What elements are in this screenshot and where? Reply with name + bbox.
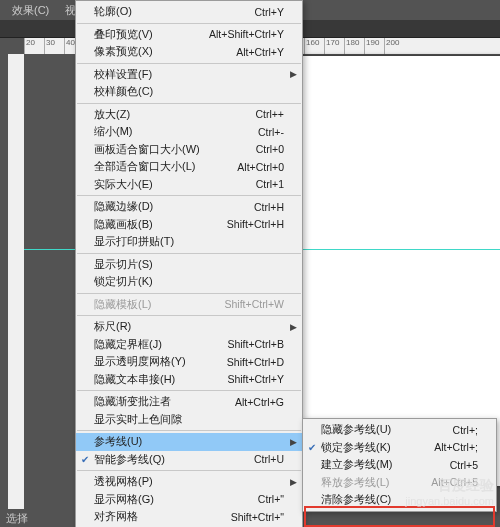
view-menu-item[interactable]: 显示切片(S) <box>76 256 302 274</box>
menu-item-label: 隐藏渐变批注者 <box>94 394 235 409</box>
view-menu-item[interactable]: 画板适合窗口大小(W)Ctrl+0 <box>76 141 302 159</box>
view-menu-item[interactable]: 隐藏边缘(D)Ctrl+H <box>76 198 302 216</box>
menu-item-label: 校样设置(F) <box>94 67 284 82</box>
menu-item-label: 智能参考线(Q) <box>94 452 254 467</box>
menu-separator <box>77 23 301 24</box>
menu-item-label: 显示切片(S) <box>94 257 284 272</box>
menu-item-label: 显示实时上色间隙 <box>94 412 284 427</box>
ruler-vertical[interactable] <box>8 54 24 509</box>
ruler-tick: 20 <box>24 38 44 54</box>
menu-item-label: 全部适合窗口大小(L) <box>94 159 237 174</box>
view-menu-item[interactable]: 锁定切片(K) <box>76 273 302 291</box>
menu-effects[interactable]: 效果(C) <box>4 1 57 20</box>
view-menu-item[interactable]: 校样设置(F)▶ <box>76 66 302 84</box>
view-menu-item[interactable]: 轮廓(O)Ctrl+Y <box>76 3 302 21</box>
menu-item-accelerator: Alt+Ctrl+; <box>434 441 484 453</box>
check-icon: ✔ <box>303 442 321 453</box>
ruler-tick: 200 <box>384 38 404 54</box>
menu-item-label: 透视网格(P) <box>94 474 284 489</box>
menu-item-label: 隐藏参考线(U) <box>321 422 453 437</box>
menu-item-label: 显示网格(G) <box>94 492 258 507</box>
menu-item-accelerator: Ctrl+1 <box>256 178 290 190</box>
chevron-right-icon: ▶ <box>290 477 302 487</box>
view-menu-item[interactable]: 隐藏画板(B)Shift+Ctrl+H <box>76 216 302 234</box>
menu-item-accelerator: Shift+Ctrl+" <box>231 511 290 523</box>
ruler-tick: 190 <box>364 38 384 54</box>
menu-item-label: 像素预览(X) <box>94 44 236 59</box>
view-menu-item[interactable]: 显示透明度网格(Y)Shift+Ctrl+D <box>76 353 302 371</box>
view-menu-item[interactable]: ✔智能参考线(Q)Ctrl+U <box>76 451 302 469</box>
menu-item-label: 建立参考线(M) <box>321 457 450 472</box>
menu-item-accelerator: Ctrl+H <box>254 201 290 213</box>
menu-item-label: 画板适合窗口大小(W) <box>94 142 256 157</box>
menu-item-label: 参考线(U) <box>94 434 284 449</box>
menu-item-accelerator: Ctrl+; <box>453 424 484 436</box>
view-menu-item[interactable]: 像素预览(X)Alt+Ctrl+Y <box>76 43 302 61</box>
menu-item-accelerator: Shift+Ctrl+W <box>224 298 290 310</box>
menu-separator <box>77 63 301 64</box>
view-menu-item[interactable]: 显示实时上色间隙 <box>76 411 302 429</box>
view-menu-item[interactable]: 缩小(M)Ctrl+- <box>76 123 302 141</box>
menu-separator <box>77 293 301 294</box>
view-menu-item[interactable]: 全部适合窗口大小(L)Alt+Ctrl+0 <box>76 158 302 176</box>
menu-item-label: 放大(Z) <box>94 107 255 122</box>
menu-item-accelerator: Shift+Ctrl+Y <box>227 373 290 385</box>
menu-item-label: 隐藏模板(L) <box>94 297 224 312</box>
check-icon: ✔ <box>76 454 94 465</box>
view-menu-item[interactable]: 实际大小(E)Ctrl+1 <box>76 176 302 194</box>
menu-item-accelerator: Ctrl++ <box>255 108 290 120</box>
menu-item-accelerator: Alt+Ctrl+0 <box>237 161 290 173</box>
guides-submenu-item[interactable]: ✔锁定参考线(K)Alt+Ctrl+; <box>303 439 496 457</box>
menu-item-label: 标尺(R) <box>94 319 284 334</box>
view-menu-item[interactable]: 参考线(U)▶ <box>76 433 302 451</box>
menu-separator <box>77 253 301 254</box>
menu-item-label: 显示透明度网格(Y) <box>94 354 227 369</box>
view-menu-item[interactable]: 隐藏渐变批注者Alt+Ctrl+G <box>76 393 302 411</box>
menu-item-label: 校样颜色(C) <box>94 84 284 99</box>
menu-item-accelerator: Ctrl+Y <box>255 6 290 18</box>
menu-item-label: 缩小(M) <box>94 124 258 139</box>
view-menu-item[interactable]: 显示打印拼贴(T) <box>76 233 302 251</box>
view-menu-item: 隐藏模板(L)Shift+Ctrl+W <box>76 296 302 314</box>
watermark: 百度经验 jingyan.baidu.com <box>405 477 494 507</box>
view-menu-item[interactable]: 标尺(R)▶ <box>76 318 302 336</box>
menu-item-accelerator: Alt+Ctrl+Y <box>236 46 290 58</box>
guides-submenu-item[interactable]: 建立参考线(M)Ctrl+5 <box>303 456 496 474</box>
ruler-tick: 170 <box>324 38 344 54</box>
ruler-tick: 30 <box>44 38 64 54</box>
chevron-right-icon: ▶ <box>290 69 302 79</box>
menu-item-label: 实际大小(E) <box>94 177 256 192</box>
view-menu-item[interactable]: 校样颜色(C) <box>76 83 302 101</box>
ruler-tick: 180 <box>344 38 364 54</box>
menu-item-label: 隐藏文本串接(H) <box>94 372 227 387</box>
view-menu-item[interactable]: 叠印预览(V)Alt+Shift+Ctrl+Y <box>76 26 302 44</box>
menu-item-label: 叠印预览(V) <box>94 27 209 42</box>
menu-item-accelerator: Alt+Shift+Ctrl+Y <box>209 28 290 40</box>
ruler-tick: 160 <box>304 38 324 54</box>
view-menu-item[interactable]: 隐藏文本串接(H)Shift+Ctrl+Y <box>76 371 302 389</box>
view-menu-item[interactable]: 放大(Z)Ctrl++ <box>76 106 302 124</box>
menu-item-accelerator: Ctrl+" <box>258 493 290 505</box>
menu-item-label: 显示打印拼贴(T) <box>94 234 284 249</box>
view-menu-item[interactable]: 隐藏定界框(J)Shift+Ctrl+B <box>76 336 302 354</box>
menu-separator <box>77 315 301 316</box>
menu-separator <box>77 470 301 471</box>
menu-item-label: 对齐网格 <box>94 509 231 524</box>
menu-item-accelerator: Ctrl+U <box>254 453 290 465</box>
menu-item-label: 锁定参考线(K) <box>321 440 434 455</box>
menu-item-accelerator: Shift+Ctrl+H <box>227 218 290 230</box>
guides-submenu-item[interactable]: 隐藏参考线(U)Ctrl+; <box>303 421 496 439</box>
chevron-right-icon: ▶ <box>290 322 302 332</box>
menu-item-accelerator: Shift+Ctrl+B <box>227 338 290 350</box>
chevron-right-icon: ▶ <box>290 437 302 447</box>
view-menu-item[interactable]: 对齐网格Shift+Ctrl+" <box>76 508 302 526</box>
menu-item-label: 轮廓(O) <box>94 4 255 19</box>
menu-item-label: 锁定切片(K) <box>94 274 284 289</box>
menu-item-label: 隐藏边缘(D) <box>94 199 254 214</box>
menu-item-accelerator: Ctrl+- <box>258 126 290 138</box>
view-menu-item[interactable]: 显示网格(G)Ctrl+" <box>76 491 302 509</box>
menu-item-accelerator: Ctrl+5 <box>450 459 484 471</box>
menu-separator <box>77 195 301 196</box>
view-menu-item[interactable]: 透视网格(P)▶ <box>76 473 302 491</box>
menu-separator <box>77 103 301 104</box>
